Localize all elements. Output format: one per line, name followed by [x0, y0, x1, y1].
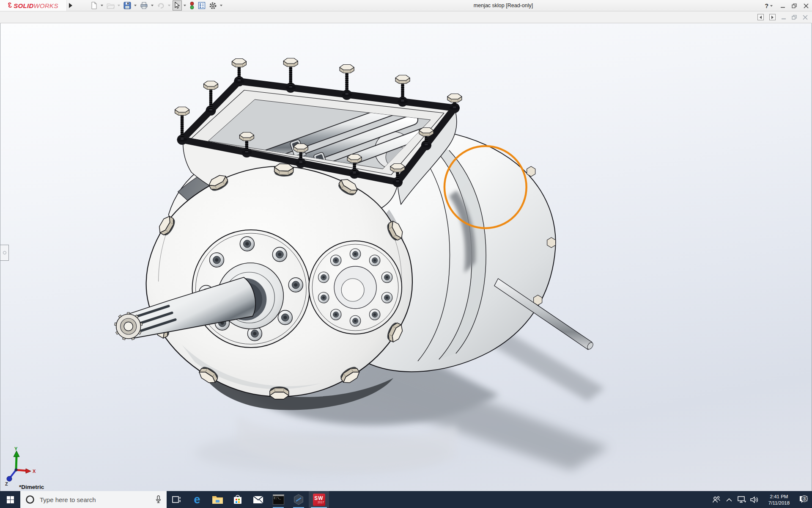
microsoft-store-icon [233, 494, 242, 505]
taskbar-store[interactable] [228, 491, 248, 508]
print-icon [140, 2, 148, 9]
action-center-button[interactable]: 3 [797, 495, 810, 504]
network-icon [737, 496, 746, 503]
window-controls: ? [765, 0, 809, 11]
new-document-button[interactable] [89, 0, 99, 11]
hexagon-app-icon [293, 494, 304, 505]
doc-next-button[interactable] [769, 14, 776, 20]
solidworks-logo: 3 SOLIDWORKS [0, 0, 67, 11]
minimize-icon[interactable] [780, 3, 785, 8]
brand-solid: SOLID [14, 2, 33, 9]
clock-time: 2:41 PM [761, 494, 797, 500]
print-dropdown[interactable] [151, 5, 154, 6]
cortana-icon [25, 495, 35, 504]
options-dropdown[interactable] [220, 5, 222, 6]
print-button[interactable] [139, 0, 149, 11]
clock-date: 7/11/2018 [761, 500, 797, 506]
taskbar-hexagon-app[interactable] [288, 491, 309, 508]
view-orientation-label: *Dimetric [19, 484, 44, 490]
flyout-triangle-icon [69, 3, 72, 8]
triad-x-label: X [33, 469, 36, 474]
save-dropdown[interactable] [134, 5, 137, 6]
quick-access-toolbar [89, 0, 224, 11]
undo-dropdown [168, 5, 170, 6]
undo-button [156, 0, 166, 11]
triad-z-label: Z [5, 481, 8, 486]
task-view-button[interactable] [167, 491, 187, 508]
people-icon [712, 496, 721, 503]
taskbar-command-prompt[interactable]: C:\_ [268, 491, 288, 508]
command-prompt-icon: C:\_ [273, 494, 284, 505]
title-bar: 3 SOLIDWORKS [0, 0, 812, 11]
rebuild-button[interactable] [188, 0, 196, 11]
windows-taskbar: Type here to search e C:\_ SW2017 [0, 491, 812, 508]
mail-icon [253, 496, 263, 504]
solidworks-2017-icon: SW2017 [313, 494, 325, 506]
restore-icon[interactable] [792, 3, 797, 8]
ds-logo-icon: 3 [8, 2, 12, 9]
options-gear-icon [209, 2, 217, 10]
chevron-up-icon [726, 498, 732, 502]
taskbar-mail[interactable] [248, 491, 268, 508]
save-icon [123, 2, 131, 9]
help-button[interactable]: ? [765, 3, 774, 9]
new-document-dropdown[interactable] [101, 5, 103, 6]
select-tool-button[interactable] [173, 0, 182, 11]
doc-close-icon[interactable] [803, 15, 808, 20]
taskbar-search-input[interactable]: Type here to search [20, 491, 167, 508]
next-icon [771, 16, 774, 19]
notification-badge: 3 [801, 495, 808, 502]
open-icon [107, 2, 115, 9]
taskbar-file-explorer[interactable] [207, 491, 228, 508]
file-properties-button[interactable] [197, 0, 207, 11]
select-cursor-icon [174, 2, 181, 9]
open-dropdown [118, 5, 120, 6]
brand-works: WORKS [34, 2, 58, 9]
right-bearing-boss [309, 241, 402, 334]
search-placeholder: Type here to search [40, 496, 150, 503]
select-tool-dropdown[interactable] [184, 5, 186, 6]
close-icon[interactable] [804, 3, 809, 8]
doc-minimize-icon[interactable] [781, 15, 786, 20]
taskbar-edge[interactable]: e [187, 491, 207, 508]
open-button [105, 0, 116, 11]
save-button[interactable] [122, 0, 132, 11]
file-properties-icon [198, 2, 206, 9]
3d-gearbox-model[interactable] [0, 23, 812, 491]
orientation-triad: Y X Z [4, 447, 42, 489]
task-pane-collapsed-tab[interactable] [0, 245, 9, 261]
task-view-icon [172, 495, 181, 504]
collapsed-tab-dot-icon [3, 251, 6, 254]
menu-flyout-arrow[interactable] [67, 0, 74, 11]
graphics-viewport[interactable]: Y X Z *Dimetric [0, 23, 812, 491]
new-document-icon [90, 2, 98, 9]
tray-expand-button[interactable] [723, 498, 735, 502]
start-button[interactable] [0, 491, 20, 508]
help-icon: ? [765, 3, 768, 9]
windows-logo-icon [7, 496, 14, 503]
document-title: menjac sklop [Read-only] [474, 0, 533, 11]
doc-previous-button[interactable] [757, 14, 764, 20]
solidworks-window: 3 SOLIDWORKS [0, 0, 812, 508]
help-dropdown[interactable] [770, 5, 773, 7]
doc-restore-icon[interactable] [792, 15, 797, 20]
microphone-icon[interactable] [155, 495, 162, 504]
taskbar-solidworks-2017[interactable]: SW2017 [309, 491, 329, 508]
taskbar-clock[interactable]: 2:41 PM 7/11/2018 [761, 493, 797, 506]
undo-icon [157, 2, 165, 9]
volume-button[interactable] [748, 496, 761, 503]
previous-icon [760, 16, 762, 19]
file-explorer-icon [212, 495, 223, 504]
triad-y-label: Y [14, 447, 18, 451]
system-tray: 2:41 PM 7/11/2018 3 [710, 491, 812, 508]
edge-icon: e [194, 494, 200, 505]
document-window-bar [0, 11, 812, 23]
options-button[interactable] [208, 0, 218, 11]
speaker-icon [750, 496, 759, 503]
rebuild-traffic-light-icon [189, 1, 195, 10]
people-button[interactable] [710, 496, 723, 503]
network-button[interactable] [735, 496, 748, 503]
